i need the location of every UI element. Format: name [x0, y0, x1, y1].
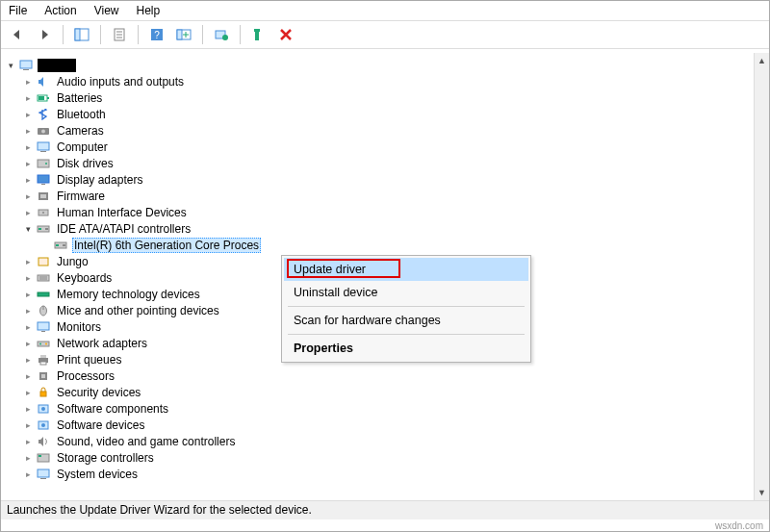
svg-point-30: [42, 212, 44, 214]
expand-icon[interactable]: [22, 469, 34, 479]
properties-button[interactable]: [109, 24, 130, 45]
expand-icon[interactable]: [22, 257, 34, 266]
expand-icon[interactable]: [22, 273, 34, 283]
expand-icon[interactable]: [5, 61, 16, 70]
category-label: Memory technology devices: [55, 288, 202, 301]
expand-icon[interactable]: [22, 453, 34, 463]
svg-rect-35: [56, 244, 59, 246]
scroll-up-icon[interactable]: ▲: [755, 53, 769, 68]
help-button[interactable]: ?: [146, 24, 167, 45]
vertical-scrollbar[interactable]: ▲ ▼: [754, 53, 769, 500]
expand-icon[interactable]: [22, 93, 34, 103]
monitor-icon: [36, 320, 51, 334]
root-node[interactable]: PC: [5, 57, 769, 73]
category-node[interactable]: Cameras: [22, 122, 769, 139]
memory-icon: [36, 288, 51, 301]
category-node[interactable]: Computer: [22, 139, 769, 155]
svg-rect-44: [38, 322, 49, 330]
back-button[interactable]: [7, 24, 28, 45]
category-label: Mice and other pointing devices: [55, 304, 221, 317]
category-label: Audio inputs and outputs: [55, 75, 186, 89]
category-label: Batteries: [55, 91, 104, 105]
expand-icon[interactable]: [22, 437, 34, 446]
expand-icon[interactable]: [22, 404, 34, 414]
expand-icon[interactable]: [22, 420, 34, 430]
category-node[interactable]: Human Interface Devices: [22, 204, 769, 220]
category-node[interactable]: Display adapters: [22, 171, 769, 188]
expand-icon[interactable]: [22, 175, 34, 185]
svg-point-11: [222, 35, 228, 40]
category-node[interactable]: Security devices: [22, 384, 769, 400]
svg-rect-51: [40, 362, 46, 365]
svg-rect-25: [38, 175, 49, 183]
mouse-icon: [36, 304, 51, 317]
menu-item-properties[interactable]: Properties: [284, 337, 528, 360]
scan-hardware-button[interactable]: [173, 24, 194, 45]
toolbar-separator: [100, 25, 101, 44]
category-node[interactable]: System devices: [22, 466, 769, 482]
scroll-down-icon[interactable]: ▼: [755, 485, 769, 500]
category-node[interactable]: Batteries: [22, 89, 769, 106]
disable-button[interactable]: [275, 24, 296, 45]
svg-rect-1: [75, 29, 80, 40]
expand-icon[interactable]: [22, 159, 34, 168]
category-node[interactable]: IDE ATA/ATAPI controllers: [22, 220, 769, 237]
uninstall-button[interactable]: [248, 24, 270, 45]
svg-rect-28: [40, 194, 46, 198]
svg-rect-14: [20, 61, 32, 68]
menu-action[interactable]: Action: [44, 4, 76, 17]
category-node[interactable]: Storage controllers: [22, 449, 769, 466]
expand-icon[interactable]: [22, 290, 34, 299]
expand-icon[interactable]: [22, 388, 34, 397]
printer-icon: [36, 353, 51, 367]
svg-rect-46: [38, 342, 49, 346]
menu-help[interactable]: Help: [137, 4, 161, 17]
collapse-icon[interactable]: [22, 224, 34, 234]
show-hide-tree-button[interactable]: [71, 24, 92, 45]
category-node[interactable]: Sound, video and game controllers: [22, 433, 769, 449]
svg-rect-50: [40, 355, 46, 358]
category-label: Security devices: [55, 386, 142, 399]
network-icon: [36, 337, 51, 350]
computer-icon: [36, 140, 51, 154]
menu-item-scan[interactable]: Scan for hardware changes: [284, 309, 528, 332]
category-label: Processors: [55, 369, 116, 383]
expand-icon[interactable]: [22, 208, 34, 217]
update-driver-button[interactable]: [211, 24, 232, 45]
forward-button[interactable]: [34, 24, 55, 45]
category-node[interactable]: Software components: [22, 400, 769, 417]
menu-file[interactable]: File: [9, 4, 27, 17]
device-node[interactable]: Intel(R) 6th Generation Core Proces: [39, 237, 769, 253]
cpu-icon: [36, 369, 51, 383]
expand-icon[interactable]: [22, 77, 34, 87]
expand-icon[interactable]: [22, 306, 34, 316]
category-node[interactable]: Disk drives: [22, 155, 769, 171]
menu-item-uninstall[interactable]: Uninstall device: [284, 281, 528, 304]
category-label: Display adapters: [55, 173, 144, 187]
menu-item-label: Update driver: [294, 263, 366, 276]
expand-icon[interactable]: [22, 371, 34, 381]
sound-icon: [36, 435, 51, 448]
category-node[interactable]: Firmware: [22, 188, 769, 204]
toolbar: ?: [1, 21, 769, 49]
expand-icon[interactable]: [22, 142, 34, 152]
menu-view[interactable]: View: [94, 4, 119, 17]
toolbar-separator: [138, 25, 139, 44]
expand-icon[interactable]: [22, 191, 34, 201]
system-icon: [36, 468, 51, 481]
category-label: IDE ATA/ATAPI controllers: [55, 222, 192, 236]
category-label: Storage controllers: [55, 451, 156, 465]
hid-icon: [36, 206, 51, 219]
menu-item-update-driver[interactable]: Update driver: [284, 258, 528, 281]
ide-icon: [53, 239, 68, 252]
category-node[interactable]: Audio inputs and outputs: [22, 73, 769, 89]
svg-rect-18: [38, 96, 44, 100]
expand-icon[interactable]: [22, 322, 34, 332]
expand-icon[interactable]: [22, 110, 34, 119]
category-node[interactable]: Software devices: [22, 417, 769, 433]
expand-icon[interactable]: [22, 126, 34, 136]
category-node[interactable]: Processors: [22, 367, 769, 384]
expand-icon[interactable]: [22, 355, 34, 365]
expand-icon[interactable]: [22, 339, 34, 348]
category-node[interactable]: Bluetooth: [22, 106, 769, 122]
